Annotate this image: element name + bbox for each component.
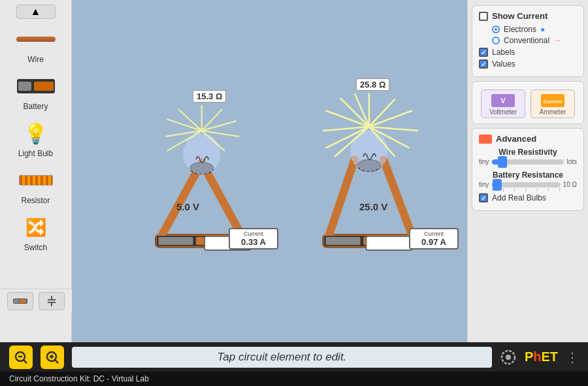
- bulb-icon: 💡: [13, 119, 59, 148]
- ammeter-label: Ammeter: [540, 108, 566, 116]
- show-current-checkbox[interactable]: [479, 12, 488, 21]
- app-title: Circuit Construction Kit: DC - Virtual L…: [9, 374, 149, 383]
- electrons-radio[interactable]: [492, 25, 500, 33]
- sidebar-item-switch[interactable]: 🔀 Switch: [7, 209, 65, 256]
- bottom-toolbar: [0, 289, 72, 313]
- battery-resistance-section: Battery Resistance tiny | | | |: [479, 170, 577, 188]
- scroll-up-button[interactable]: ▲: [16, 5, 56, 19]
- sidebar: ▲ Wire Battery 💡 Light Bulb: [0, 0, 72, 342]
- svg-point-15: [183, 134, 220, 174]
- battery-label: Battery: [23, 102, 48, 111]
- left-current-box[interactable]: Current 0.33 A: [229, 228, 278, 249]
- resistor-label: Resistor: [21, 196, 50, 205]
- meter-row: V Voltmeter Current Ammeter: [479, 89, 577, 118]
- app: ▲ Wire Battery 💡 Light Bulb: [0, 0, 588, 386]
- wire-resistivity-section: Wire Resistivity tiny lots: [479, 148, 577, 165]
- canvas-area[interactable]: 15.3 Ω 5.0 V Current 0.33 A 25.8 Ω 25.0 …: [72, 0, 467, 342]
- right-current-box[interactable]: Current 0.97 A: [409, 228, 459, 249]
- main-area: ▲ Wire Battery 💡 Light Bulb: [0, 0, 588, 342]
- light-bulb-label: Light Bulb: [18, 149, 53, 158]
- zoom-out-button[interactable]: [9, 346, 33, 369]
- electrons-radio-row[interactable]: Electrons ●: [492, 25, 577, 34]
- wire-resistivity-thumb[interactable]: [498, 156, 507, 168]
- ammeter-button[interactable]: Current Ammeter: [531, 89, 575, 118]
- battery-resistance-row: tiny | | | | | |: [479, 181, 577, 188]
- left-current-title: Current: [234, 231, 273, 237]
- wire-resistivity-title: Wire Resistivity: [479, 148, 577, 157]
- advanced-header: Advanced: [479, 134, 577, 144]
- resistor-icon: [13, 166, 59, 195]
- labels-checkbox[interactable]: [479, 48, 488, 57]
- electrons-label: Electrons: [504, 25, 536, 34]
- sidebar-item-battery[interactable]: Battery: [7, 68, 65, 115]
- right-voltage-label: 25.0 V: [359, 201, 387, 212]
- svg-line-12: [329, 159, 355, 236]
- svg-rect-24: [366, 236, 412, 250]
- left-voltage-label: 5.0 V: [176, 201, 199, 212]
- values-checkbox[interactable]: [479, 59, 488, 69]
- right-current-value: 0.97 A: [414, 237, 453, 247]
- conventional-label: Conventional: [504, 36, 549, 45]
- wire-resistivity-slider[interactable]: [492, 159, 564, 165]
- advanced-toggle[interactable]: [479, 135, 492, 144]
- capacitor-toolbar-icon: [45, 295, 58, 308]
- left-current-value: 0.33 A: [234, 237, 273, 247]
- svg-text:Current: Current: [544, 99, 563, 105]
- battery-toolbar-icon: [12, 297, 28, 306]
- svg-rect-2: [20, 299, 26, 303]
- electrons-arrow: ●: [540, 25, 545, 34]
- bottom-bar: Tap circuit element to edit. PhET ⋮: [0, 342, 588, 372]
- sidebar-item-light-bulb[interactable]: 💡 Light Bulb: [7, 115, 65, 162]
- conventional-arrow: →: [553, 36, 561, 45]
- left-resistance-label: 15.3 Ω: [193, 90, 226, 103]
- svg-rect-21: [326, 237, 361, 245]
- add-real-bulbs-label: Add Real Bulbs: [492, 193, 546, 202]
- right-panel: Show Current Electrons ● Conventional → …: [467, 0, 588, 342]
- conventional-radio-row[interactable]: Conventional →: [492, 36, 577, 45]
- status-message: Tap circuit element to edit.: [72, 347, 492, 368]
- show-current-label: Show Current: [492, 11, 547, 21]
- wire-tiny-label: tiny: [479, 158, 489, 165]
- svg-line-54: [55, 360, 58, 363]
- wire-resistivity-row: tiny lots: [479, 158, 577, 165]
- circuit-svg: [72, 0, 467, 342]
- wire-icon: [13, 25, 59, 54]
- right-current-title: Current: [414, 231, 453, 237]
- chevron-up-icon: ▲: [31, 6, 41, 18]
- voltmeter-button[interactable]: V Voltmeter: [481, 89, 525, 118]
- svg-rect-18: [158, 237, 193, 245]
- battery-icon: [13, 72, 59, 101]
- battery-tiny-label: tiny: [479, 181, 489, 188]
- ammeter-icon: Current: [540, 93, 566, 108]
- conventional-radio[interactable]: [492, 37, 500, 44]
- advanced-title: Advanced: [496, 134, 536, 144]
- svg-text:V: V: [500, 97, 506, 105]
- add-real-bulbs-row: Add Real Bulbs: [479, 193, 577, 202]
- menu-icon[interactable]: ⋮: [566, 349, 579, 365]
- zoom-out-icon: [14, 350, 28, 364]
- battery-ten-ohm-label: 10 Ω: [563, 181, 577, 188]
- add-real-bulbs-checkbox[interactable]: [479, 193, 488, 202]
- toolbar-btn-1[interactable]: [7, 292, 33, 310]
- advanced-box: Advanced Wire Resistivity tiny lots Batt: [472, 128, 584, 211]
- svg-line-51: [24, 360, 27, 363]
- wire-lots-label: lots: [566, 158, 577, 165]
- labels-label: Labels: [492, 48, 515, 57]
- title-bar: Circuit Construction Kit: DC - Virtual L…: [0, 372, 588, 386]
- battery-resistance-slider[interactable]: | | | | | | |: [492, 182, 561, 187]
- show-current-box: Show Current Electrons ● Conventional → …: [472, 5, 584, 77]
- svg-rect-1: [14, 299, 19, 303]
- right-resistance-label: 25.8 Ω: [356, 78, 389, 91]
- meters-box: V Voltmeter Current Ammeter: [472, 81, 584, 124]
- gear-icon: [500, 349, 517, 366]
- toolbar-btn-2[interactable]: [39, 292, 65, 310]
- zoom-in-button[interactable]: [41, 346, 64, 369]
- values-label: Values: [492, 59, 515, 69]
- sidebar-item-wire[interactable]: Wire: [7, 21, 65, 68]
- zoom-in-icon: [45, 350, 59, 364]
- phet-settings-icon[interactable]: [500, 349, 517, 366]
- svg-line-13: [384, 159, 412, 236]
- sidebar-item-resistor[interactable]: Resistor: [7, 162, 65, 209]
- switch-label: Switch: [24, 243, 47, 252]
- svg-point-57: [506, 355, 511, 360]
